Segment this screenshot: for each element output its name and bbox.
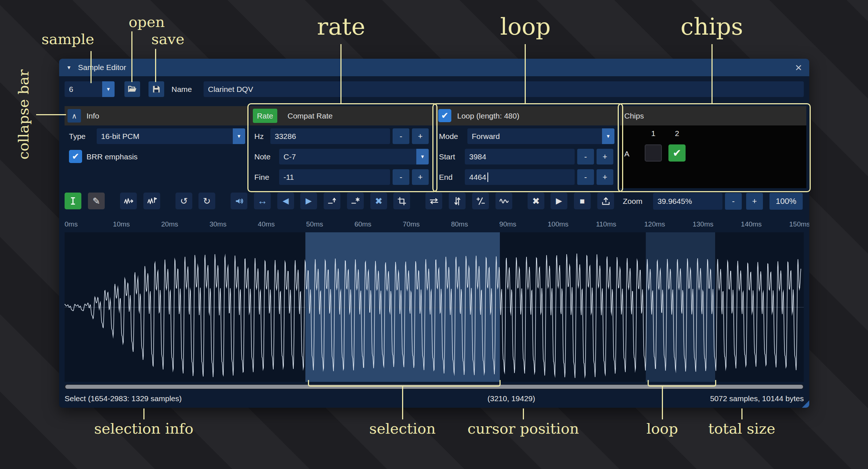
resample-button[interactable] [143, 193, 160, 209]
loop-end-value: 4464 [469, 173, 486, 182]
loop-end-minus-button[interactable]: - [577, 169, 594, 185]
apply-silence-button[interactable] [347, 193, 364, 209]
loop-start-label: Start [439, 149, 455, 164]
redo-icon: ↻ [203, 196, 211, 206]
loop-panel-title: Loop (length: 480) [457, 106, 519, 125]
info-panel: ∧ Info Type 16-bit PCM ▼ ✔ BRR emphasis [65, 106, 249, 188]
hz-minus-button[interactable]: - [393, 128, 409, 144]
sample-selector[interactable]: 6 ▼ [65, 81, 115, 97]
normalize-button[interactable]: ↔ [254, 193, 271, 209]
chevron-down-icon[interactable]: ▼ [233, 128, 245, 144]
collapse-bar-button[interactable]: ∧ [67, 109, 81, 123]
fine-label: Fine [254, 169, 269, 185]
annotation-cursor-position: cursor position [467, 420, 579, 437]
collapse-window-icon[interactable]: ▼ [66, 65, 72, 70]
fine-plus-button[interactable]: + [412, 169, 429, 185]
amplify-button[interactable] [231, 193, 247, 209]
sample-number: 6 [65, 85, 102, 94]
resize-button[interactable] [120, 193, 137, 209]
annotation-line-sample [90, 51, 92, 83]
invert-button[interactable] [449, 193, 466, 209]
save-button[interactable] [148, 81, 164, 97]
timeline-ruler[interactable]: 0ms10ms20ms30ms40ms50ms60ms70ms80ms90ms1… [59, 216, 809, 232]
undo-button[interactable]: ↺ [175, 193, 192, 209]
stop-preview-button[interactable]: ■ [574, 193, 591, 209]
loop-checkbox[interactable]: ✔ [438, 109, 451, 122]
resize-grip[interactable] [802, 400, 809, 408]
ruler-label: 130ms [693, 216, 713, 232]
loop-mode-select[interactable]: Forward ▼ [467, 128, 614, 144]
speaker-icon [234, 196, 244, 206]
edit-mode-select-button[interactable] [65, 193, 81, 209]
chevron-down-icon[interactable]: ▼ [602, 128, 614, 144]
sign-button[interactable] [472, 193, 489, 209]
chip-column-1: 1 [645, 126, 662, 141]
scrollbar-thumb[interactable] [65, 385, 803, 389]
reverse-button[interactable] [425, 193, 442, 209]
brr-emphasis-checkbox[interactable]: ✔ [69, 150, 82, 163]
open-button[interactable] [124, 81, 140, 97]
loop-end-plus-button[interactable]: + [597, 169, 613, 185]
name-label: Name [171, 81, 192, 97]
filter-button[interactable] [495, 193, 512, 209]
chip-1-checkbox[interactable] [645, 144, 662, 162]
annotation-selection-info: selection info [94, 420, 193, 437]
chip-column-2: 2 [668, 126, 686, 141]
fine-minus-button[interactable]: - [393, 169, 409, 185]
edit-mode-draw-button[interactable]: ✎ [88, 193, 105, 209]
chevron-down-icon[interactable]: ▼ [102, 81, 115, 97]
trim-button[interactable] [393, 193, 410, 209]
annotation-line-selection [402, 386, 403, 419]
loop-start-plus-button[interactable]: + [597, 149, 613, 164]
annotation-collapse-bar: collapse bar [15, 69, 32, 159]
rate-badge-button[interactable]: Rate [253, 109, 277, 123]
annotation-selection: selection [369, 420, 436, 437]
info-panel-title: Info [86, 106, 99, 125]
hz-label: Hz [254, 128, 264, 144]
fade-out-button[interactable]: ▶ [300, 193, 317, 209]
loop-start-input[interactable]: 3984 [465, 149, 575, 164]
upload-icon [601, 196, 611, 206]
zoom-input[interactable]: 39.9645% [653, 193, 722, 210]
preview-button[interactable]: ▶ [551, 193, 567, 209]
triangle-left-icon: ◀ [283, 196, 289, 206]
arrows-horizontal-icon: ↔ [257, 195, 267, 207]
fine-input[interactable]: -11 [279, 169, 390, 185]
delete-x-icon: ✖ [375, 196, 383, 206]
hz-plus-button[interactable]: + [412, 128, 429, 144]
type-value: 16-bit PCM [97, 132, 233, 141]
loop-end-label: End [439, 169, 452, 185]
fade-in-button[interactable]: ◀ [277, 193, 294, 209]
zoom-in-button[interactable]: + [746, 193, 763, 210]
zoom-reset-button[interactable]: 100% [769, 193, 803, 210]
ibeam-cursor-icon [68, 196, 78, 206]
delete-button[interactable]: ✖ [370, 193, 387, 209]
redo-button[interactable]: ↻ [198, 193, 215, 209]
upload-button[interactable] [597, 193, 614, 209]
annotation-total-size: total size [708, 420, 775, 437]
close-icon[interactable]: × [795, 62, 802, 73]
flip-arrows-icon [452, 196, 462, 206]
annotation-line-chips [711, 44, 713, 103]
insert-silence-button[interactable] [324, 193, 340, 209]
ruler-label: 150ms [789, 216, 809, 232]
waveform-area [65, 232, 804, 382]
loop-end-input[interactable]: 4464 [465, 169, 575, 185]
crossfade-button[interactable]: ✖ [528, 193, 544, 209]
chevron-down-icon[interactable]: ▼ [416, 149, 429, 164]
name-input[interactable]: Clarinet DQV [204, 81, 804, 97]
note-select[interactable]: C-7 ▼ [279, 149, 429, 164]
zoom-out-button[interactable]: - [725, 193, 742, 210]
chip-2-checkbox[interactable]: ✔ [668, 144, 686, 162]
hz-input[interactable]: 33286 [270, 128, 390, 144]
cursor-position-text: (3210, 19429) [487, 390, 535, 407]
annotation-sample: sample [42, 31, 94, 47]
mode-label: Mode [439, 128, 458, 144]
ruler-label: 20ms [161, 216, 178, 232]
pencil-icon: ✎ [93, 196, 100, 206]
ruler-label: 70ms [403, 216, 420, 232]
waveform-canvas[interactable] [65, 232, 804, 382]
loop-start-minus-button[interactable]: - [577, 149, 594, 164]
annotation-save: save [151, 31, 185, 47]
type-select[interactable]: 16-bit PCM ▼ [97, 128, 245, 144]
